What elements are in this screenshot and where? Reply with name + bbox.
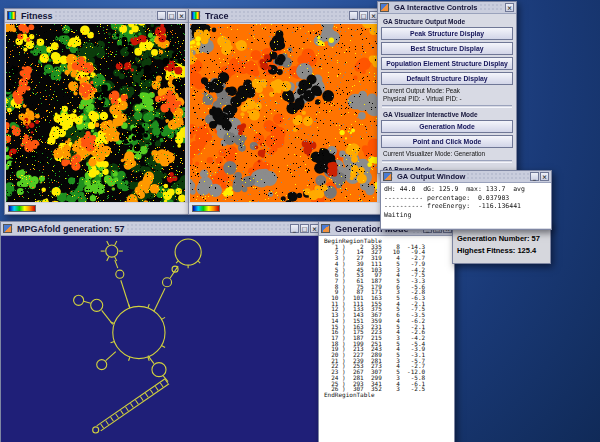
close-button[interactable]: × xyxy=(505,3,514,12)
genmode-window-icon xyxy=(321,224,330,233)
color-scale-legend-icon xyxy=(192,205,220,212)
minimize-button[interactable]: _ xyxy=(349,11,358,20)
fitness-window-title: Fitness xyxy=(19,11,55,21)
current-output-mode-status: Current Output Mode: Peak xyxy=(383,87,513,94)
peak-structure-display-button[interactable]: Peak Structure Display xyxy=(381,27,513,40)
trace-titlebar[interactable]: Trace _ □ × xyxy=(189,9,380,23)
ga-output-log: dH: 44.0 dG: 125.9 max: 133.7 avg ------… xyxy=(381,183,551,228)
mpgafold-window: MPGAfold generation: 57 _ □ × xyxy=(0,221,322,442)
current-visualizer-mode-status: Current Visualizer Mode: Generation xyxy=(383,150,513,157)
best-structure-display-button[interactable]: Best Structure Display xyxy=(381,42,513,55)
mpga-window-title: MPGAfold generation: 57 xyxy=(15,224,127,234)
maximize-button[interactable]: □ xyxy=(300,224,309,233)
default-structure-display-button[interactable]: Default Structure Display xyxy=(381,72,513,85)
fitness-content xyxy=(5,24,188,213)
close-button[interactable]: × xyxy=(177,11,186,20)
point-and-click-mode-button[interactable]: Point and Click Mode xyxy=(381,135,513,148)
stats-content: Generation Number: 57 Highest Fitness: 1… xyxy=(453,230,550,263)
rna-structure-canvas xyxy=(1,236,321,442)
mpga-window-icon xyxy=(3,224,12,233)
highest-fitness-text: Highest Fitness: 125.4 xyxy=(457,246,550,255)
minimize-button[interactable]: _ xyxy=(157,11,166,20)
fitness-window: Fitness _ □ × xyxy=(4,8,189,215)
controls-titlebar[interactable]: GA Interactive Controls × xyxy=(378,2,516,14)
trace-window-title: Trace xyxy=(203,11,231,21)
controls-window-icon xyxy=(380,3,389,12)
trace-window: Trace _ □ × xyxy=(188,8,381,215)
trace-content xyxy=(189,24,380,213)
minimize-button[interactable]: _ xyxy=(290,224,299,233)
generation-number-text: Generation Number: 57 xyxy=(457,234,550,243)
mpga-titlebar[interactable]: MPGAfold generation: 57 _ □ × xyxy=(1,222,321,236)
fitness-status-strip xyxy=(5,203,188,213)
window-controls: _ □ × xyxy=(156,11,186,20)
fitness-titlebar[interactable]: Fitness _ □ × xyxy=(5,9,188,23)
window-controls: _ × xyxy=(529,172,549,181)
generation-mode-window: Generation Mode _ □ × BeginRegionTable 1… xyxy=(318,221,455,442)
visualizer-interactive-mode-label: GA Visualizer Interactive Mode xyxy=(383,111,513,118)
generation-mode-button[interactable]: Generation Mode xyxy=(381,120,513,133)
separator xyxy=(382,160,512,163)
close-button[interactable]: × xyxy=(540,172,549,181)
trace-window-icon xyxy=(191,11,200,20)
region-table: BeginRegionTable 1 ) 2 335 8 -14.3 2 ) 1… xyxy=(319,236,454,398)
region-table-content: BeginRegionTable 1 ) 2 335 8 -14.3 2 ) 1… xyxy=(319,236,454,442)
ga-interactive-controls-window: GA Interactive Controls × GA Structure O… xyxy=(377,1,517,174)
window-controls: _ □ × xyxy=(348,11,378,20)
fitness-window-icon xyxy=(7,11,16,20)
trace-heatmap xyxy=(190,24,377,202)
trace-status-strip xyxy=(189,203,380,213)
output-window-title: GA Output Window xyxy=(395,172,467,181)
window-controls: × xyxy=(504,3,514,12)
controls-window-title: GA Interactive Controls xyxy=(392,3,480,12)
desktop: Fitness _ □ × Trace _ □ × xyxy=(0,0,600,442)
separator xyxy=(382,105,512,108)
rna-secondary-structure xyxy=(1,236,321,442)
minimize-button[interactable]: _ xyxy=(530,172,539,181)
maximize-button[interactable]: □ xyxy=(167,11,176,20)
structure-output-mode-label: GA Structure Output Mode xyxy=(383,18,513,25)
output-titlebar[interactable]: GA Output Window _ × xyxy=(381,171,551,183)
maximize-button[interactable]: □ xyxy=(359,11,368,20)
population-element-structure-display-button[interactable]: Population Element Structure Display xyxy=(381,57,513,70)
pid-status: Physical PID: - Virtual PID: - xyxy=(383,95,513,102)
window-controls: _ □ × xyxy=(289,224,319,233)
output-window-icon xyxy=(383,172,392,181)
ga-output-window: GA Output Window _ × dH: 44.0 dG: 125.9 … xyxy=(380,170,552,230)
fitness-heatmap xyxy=(6,24,185,202)
color-scale-legend-icon xyxy=(8,205,36,212)
